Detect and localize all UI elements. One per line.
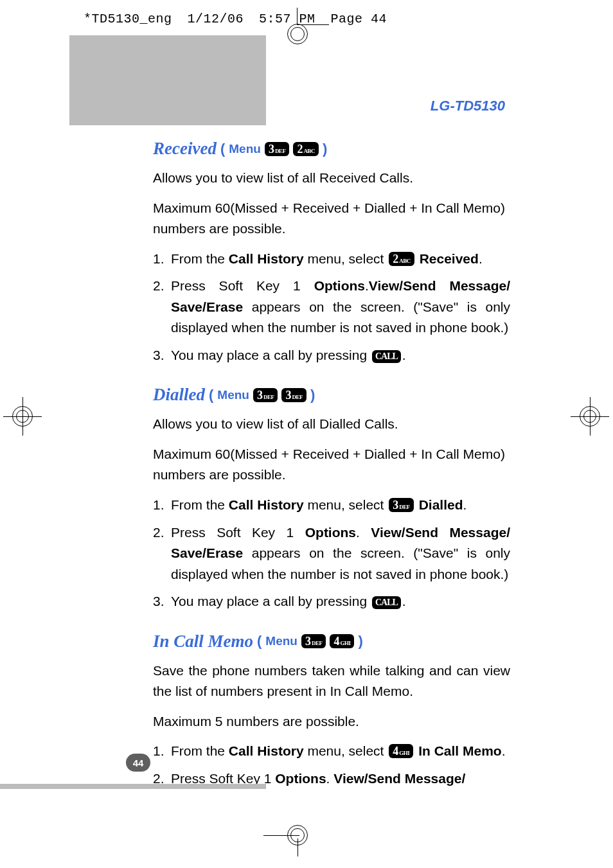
section-in-call-memo: In Call Memo (Menu 3DEF 4GHI ) Save the … bbox=[153, 632, 510, 790]
section-heading-dialled: Dialled (Menu 3DEF 3DEF ) bbox=[153, 385, 510, 405]
section-heading-received: Received (Menu 3DEF 2ABC ) bbox=[153, 139, 510, 159]
step-number: 2. bbox=[153, 276, 171, 339]
section-title: In Call Memo bbox=[153, 632, 253, 651]
key-2-icon: 2ABC bbox=[293, 142, 319, 156]
call-key-icon: CALL bbox=[372, 596, 401, 609]
key-2-icon: 2ABC bbox=[389, 252, 414, 266]
step-number: 3. bbox=[153, 591, 171, 612]
step-2: 2. Press Soft Key 1 Options. View/Send M… bbox=[153, 522, 510, 585]
paren-open: ( bbox=[257, 633, 262, 650]
paren-open: ( bbox=[209, 387, 213, 403]
paren-close: ) bbox=[310, 387, 315, 403]
key-3-icon: 3DEF bbox=[265, 142, 290, 156]
header-filename: *TD5130_eng bbox=[84, 12, 172, 26]
product-title: LG-TD5130 bbox=[431, 98, 505, 114]
step-number: 3. bbox=[153, 345, 171, 366]
step-1: 1. From the Call History menu, select 4G… bbox=[153, 741, 510, 762]
step-number: 1. bbox=[153, 741, 171, 762]
key-4-icon: 4GHI bbox=[389, 744, 413, 758]
intro-text-2: Maximum 60(Missed + Received + Dialled +… bbox=[153, 198, 510, 240]
step-number: 2. bbox=[153, 522, 171, 585]
step-number: 1. bbox=[153, 495, 171, 516]
key-3-icon: 3DEF bbox=[253, 388, 278, 402]
header-page: Page 44 bbox=[331, 12, 387, 26]
intro-text-2: Maximum 5 numbers are possible. bbox=[153, 711, 510, 732]
paren-open: ( bbox=[220, 141, 225, 157]
step-1: 1. From the Call History menu, select 3D… bbox=[153, 495, 510, 516]
intro-text-2: Maximum 60(Missed + Received + Dialled +… bbox=[153, 444, 510, 486]
step-body: From the Call History menu, select 3DEF … bbox=[171, 495, 510, 516]
page-number: 44 bbox=[126, 754, 150, 772]
section-heading-memo: In Call Memo (Menu 3DEF 4GHI ) bbox=[153, 632, 510, 651]
step-body: From the Call History menu, select 2ABC … bbox=[171, 249, 510, 270]
section-title: Dialled bbox=[153, 385, 205, 405]
step-body: Press Soft Key 1 Options. View/Send Mess… bbox=[171, 522, 510, 585]
intro-text: Allows you to view list of all Dialled C… bbox=[153, 414, 510, 435]
intro-text: Save the phone numbers taken while talki… bbox=[153, 660, 510, 702]
section-dialled: Dialled (Menu 3DEF 3DEF ) Allows you to … bbox=[153, 385, 510, 612]
header-date: 1/12/06 bbox=[188, 12, 244, 26]
key-3-icon: 3DEF bbox=[281, 388, 306, 402]
call-key-icon: CALL bbox=[372, 350, 401, 363]
step-body: From the Call History menu, select 4GHI … bbox=[171, 741, 510, 762]
menu-label: Menu bbox=[229, 142, 261, 156]
menu-label: Menu bbox=[265, 634, 298, 648]
key-3-icon: 3DEF bbox=[389, 498, 414, 512]
paren-close: ) bbox=[323, 141, 327, 157]
section-received: Received (Menu 3DEF 2ABC ) Allows you to… bbox=[153, 139, 510, 366]
intro-text: Allows you to view list of all Received … bbox=[153, 168, 510, 189]
registration-mark-left-icon bbox=[3, 397, 42, 436]
step-body: You may place a call by pressing CALL. bbox=[171, 591, 510, 612]
key-3-icon: 3DEF bbox=[301, 634, 326, 648]
decorative-grey-block bbox=[69, 35, 266, 125]
step-3: 3. You may place a call by pressing CALL… bbox=[153, 591, 510, 612]
paren-close: ) bbox=[358, 633, 362, 650]
footer-decorative-bar bbox=[0, 784, 266, 789]
registration-mark-top-icon bbox=[281, 18, 314, 50]
menu-label: Menu bbox=[217, 388, 249, 402]
step-1: 1. From the Call History menu, select 2A… bbox=[153, 249, 510, 270]
step-2: 2. Press Soft Key 1 Options.View/Send Me… bbox=[153, 276, 510, 339]
step-body: Press Soft Key 1 Options.View/Send Messa… bbox=[171, 276, 510, 339]
registration-mark-right-icon bbox=[571, 397, 609, 436]
step-3: 3. You may place a call by pressing CALL… bbox=[153, 345, 510, 366]
section-title: Received bbox=[153, 139, 217, 159]
print-header: *TD5130_eng 1/12/06 5:57 PM Page 44 bbox=[84, 12, 387, 26]
step-body: You may place a call by pressing CALL. bbox=[171, 345, 510, 366]
page-content: Received (Menu 3DEF 2ABC ) Allows you to… bbox=[153, 139, 510, 808]
key-4-icon: 4GHI bbox=[330, 634, 354, 648]
step-number: 1. bbox=[153, 249, 171, 270]
